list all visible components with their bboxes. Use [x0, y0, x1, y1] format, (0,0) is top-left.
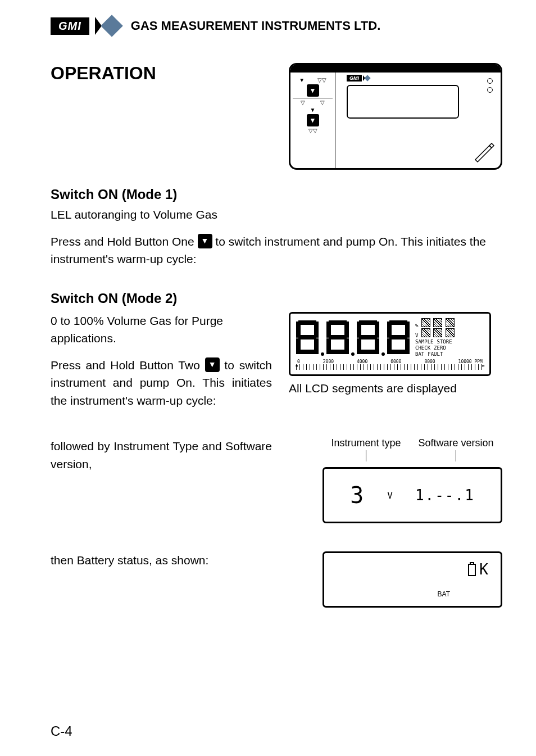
battery-status-text: then Battery status, as shown:: [51, 551, 208, 569]
instrument-illustration: ▼▽▽ ▼ ▽▽ ▼ ▼ ▽▽ GMI: [289, 63, 502, 170]
mode1-subtitle: LEL autoranging to Volume Gas: [51, 206, 502, 224]
lcd-caption: All LCD segments are displayed: [289, 382, 502, 395]
gmi-logo: GMI: [51, 17, 89, 35]
svg-rect-3: [470, 563, 474, 564]
svg-marker-0: [475, 146, 492, 162]
section-title: OPERATION: [51, 63, 156, 84]
button-one-inline-icon: ▼: [198, 234, 212, 248]
info-labels: Instrument type Software version: [322, 437, 502, 461]
battery-icon: [467, 562, 477, 577]
page-number: C-4: [51, 723, 72, 739]
logo-diamond-icon: [101, 15, 123, 37]
page-header: GMI GAS MEASUREMENT INSTRUMENTS LTD.: [51, 17, 502, 35]
mode2-heading: Switch ON (Mode 2): [51, 291, 502, 306]
button-one-icon: ▼: [307, 84, 319, 97]
mode1-heading: Switch ON (Mode 1): [51, 187, 502, 202]
instrument-type-display: 3 V 1.--.1: [322, 467, 502, 523]
mode2-instruction: Press and Hold Button Two ▼ to switch in…: [51, 356, 272, 410]
svg-rect-2: [469, 564, 475, 576]
svg-marker-1: [489, 143, 494, 148]
button-two-icon: ▼: [307, 114, 319, 126]
battery-status-display: K BAT: [322, 551, 502, 608]
company-name: GAS MEASUREMENT INSTRUMENTS LTD.: [131, 19, 380, 33]
mode2-subtitle: 0 to 100% Volume Gas for Purge applicati…: [51, 312, 272, 347]
probe-icon: [473, 140, 495, 162]
device-screen: [347, 85, 459, 119]
followed-by-text: followed by Instrument Type and Software…: [51, 437, 272, 473]
led-icon: [487, 78, 493, 84]
mode1-instruction: Press and Hold Button One ▼ to switch in…: [51, 233, 502, 268]
button-two-inline-icon: ▼: [205, 357, 220, 372]
led-icon: [487, 87, 493, 93]
lcd-all-segments: % V SAMPLESTORE CHECKZERO BATFAULT 0 200…: [289, 312, 491, 377]
